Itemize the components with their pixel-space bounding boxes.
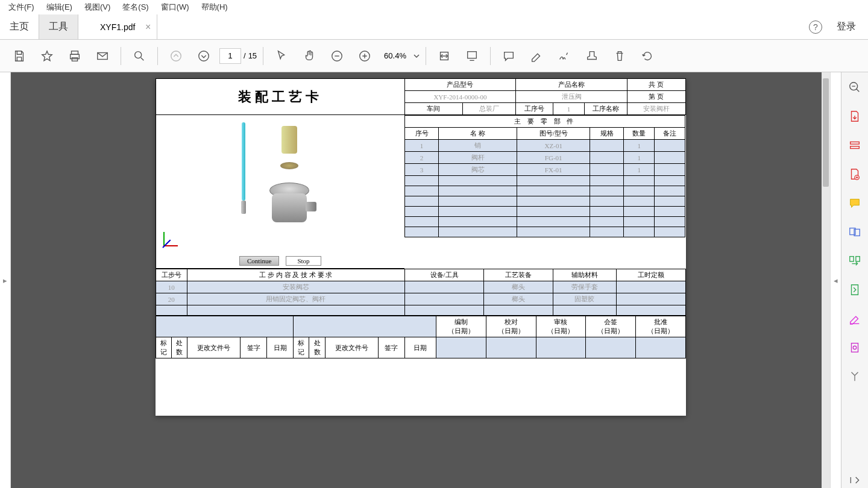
tab-bar: 主页 工具 XYF1.pdf × ? 登录 — [0, 14, 868, 40]
hdr-page: 第 页 — [627, 91, 685, 103]
menu-edit[interactable]: 编辑(E) — [40, 1, 78, 14]
hdr-prod-name: 泄压阀 — [516, 91, 627, 103]
bottom-date: 日期 — [267, 337, 294, 358]
continue-button[interactable]: Continue — [239, 256, 279, 266]
parts-hdr-name: 名 称 — [438, 128, 517, 140]
redact-icon[interactable] — [847, 311, 863, 327]
stop-button[interactable]: Stop — [286, 256, 321, 266]
hdr-prod-model-lbl: 产品型号 — [404, 79, 516, 91]
zoom-out-icon[interactable] — [325, 44, 349, 68]
note-icon[interactable] — [847, 195, 863, 211]
parts-hdr-qty: 数量 — [624, 128, 655, 140]
menu-window[interactable]: 窗口(W) — [155, 1, 195, 14]
bottom-num: 处数 — [171, 337, 187, 358]
highlight-icon[interactable] — [524, 44, 549, 68]
steps-hdr-aux: 辅助材料 — [553, 269, 616, 281]
organize-icon[interactable] — [847, 253, 863, 269]
hdr-prod-model: XYF-2014-0000-00 — [404, 91, 516, 103]
svg-rect-12 — [851, 142, 860, 145]
parts-title: 主 要 零 部 件 — [405, 116, 685, 128]
scrollbar-vertical[interactable] — [822, 72, 830, 488]
page-total: 15 — [248, 51, 257, 60]
hdr-opno-lbl: 工序号 — [516, 103, 553, 115]
tab-tools[interactable]: 工具 — [39, 14, 78, 39]
parts-hdr-remark: 备注 — [655, 128, 685, 140]
table-row: 1销XZ-011 — [405, 140, 685, 152]
page-sep: / — [244, 51, 246, 60]
bottom-changefile2: 更改文件号 — [325, 337, 378, 358]
stamp-icon[interactable] — [580, 44, 604, 68]
star-icon[interactable] — [35, 44, 59, 68]
comment-icon[interactable] — [497, 44, 521, 68]
protect-icon[interactable] — [847, 340, 863, 355]
menu-view[interactable]: 视图(V) — [78, 1, 116, 14]
svg-point-6 — [199, 51, 209, 61]
page-up-icon[interactable] — [164, 44, 188, 68]
tab-file[interactable]: XYF1.pdf × — [78, 14, 157, 39]
main-area: ▸ 装配工艺卡 产品型号 产品名称 共 页 XYF-2014-0000-00 泄… — [0, 72, 841, 488]
pointer-icon[interactable] — [269, 44, 294, 68]
svg-rect-2 — [72, 57, 77, 61]
signature-icon[interactable] — [552, 44, 576, 68]
table-row: 2阀杆FG-011 — [405, 152, 685, 164]
compress-icon[interactable] — [847, 282, 863, 298]
tab-file-label: XYF1.pdf — [100, 22, 135, 32]
chevron-down-icon — [414, 53, 420, 59]
hdr-opno: 1 — [553, 103, 585, 115]
search-detail-icon[interactable] — [847, 80, 863, 95]
right-toolbar — [841, 72, 868, 488]
bottom-sign2: 签字 — [378, 337, 404, 358]
read-mode-icon[interactable] — [460, 44, 484, 68]
delete-icon[interactable] — [608, 44, 632, 68]
bottom-changefile: 更改文件号 — [187, 337, 241, 358]
zoom-field[interactable]: 60.4% — [380, 51, 420, 60]
steps-hdr-fixture: 工艺装备 — [484, 269, 553, 281]
more-tools-icon[interactable] — [847, 369, 863, 384]
hand-icon[interactable] — [297, 44, 321, 68]
steps-hdr-equip: 设备/工具 — [404, 269, 484, 281]
collapse-panel-icon[interactable] — [847, 472, 863, 488]
email-icon[interactable] — [90, 44, 115, 68]
zoom-in-icon[interactable] — [353, 44, 377, 68]
parts-hdr-spec: 规格 — [590, 128, 624, 140]
close-icon[interactable]: × — [145, 22, 151, 33]
hdr-workshop-lbl: 车间 — [404, 103, 463, 115]
menu-help[interactable]: 帮助(H) — [195, 1, 234, 14]
bottom-mark2: 标记 — [293, 337, 309, 358]
export-pdf-icon[interactable] — [847, 108, 863, 124]
fit-width-icon[interactable] — [432, 44, 456, 68]
parts-hdr-seq: 序号 — [405, 128, 439, 140]
pdf-page: 装配工艺卡 产品型号 产品名称 共 页 XYF-2014-0000-00 泄压阀… — [156, 78, 686, 416]
page-current-input[interactable] — [219, 48, 241, 64]
combine-icon[interactable] — [847, 224, 863, 240]
page-down-icon[interactable] — [192, 44, 216, 68]
help-icon[interactable]: ? — [809, 20, 822, 34]
tab-home[interactable]: 主页 — [0, 14, 39, 39]
menu-bar: 文件(F) 编辑(E) 视图(V) 签名(S) 窗口(W) 帮助(H) — [0, 0, 868, 14]
rotate-icon[interactable] — [635, 44, 659, 68]
svg-rect-0 — [72, 51, 78, 54]
menu-sign[interactable]: 签名(S) — [116, 1, 154, 14]
search-icon[interactable] — [127, 44, 151, 68]
create-pdf-icon[interactable] — [847, 166, 863, 182]
left-panel-toggle[interactable]: ▸ — [0, 72, 11, 488]
hdr-total-pages: 共 页 — [627, 79, 685, 91]
print-icon[interactable] — [63, 44, 87, 68]
document-canvas[interactable]: 装配工艺卡 产品型号 产品名称 共 页 XYF-2014-0000-00 泄压阀… — [11, 72, 830, 488]
toolbar: / 15 60.4% — [0, 40, 868, 72]
parts-hdr-drawno: 图号/型号 — [517, 128, 590, 140]
bottom-date2: 日期 — [404, 337, 436, 358]
bottom-sign: 签字 — [241, 337, 267, 358]
illustration — [156, 115, 405, 254]
right-panel-toggle[interactable]: ◂ — [830, 72, 841, 488]
svg-rect-10 — [468, 51, 477, 58]
table-row: 10安装阀芯榔头劳保手套 — [156, 281, 685, 293]
svg-rect-13 — [851, 146, 860, 149]
save-icon[interactable] — [7, 44, 31, 68]
login-button[interactable]: 登录 — [837, 20, 856, 33]
bottom-mark: 标记 — [156, 337, 171, 358]
bottom-num2: 处数 — [309, 337, 325, 358]
form-icon[interactable] — [847, 137, 863, 153]
menu-file[interactable]: 文件(F) — [2, 1, 40, 14]
hdr-opname-lbl: 工序名称 — [585, 103, 627, 115]
